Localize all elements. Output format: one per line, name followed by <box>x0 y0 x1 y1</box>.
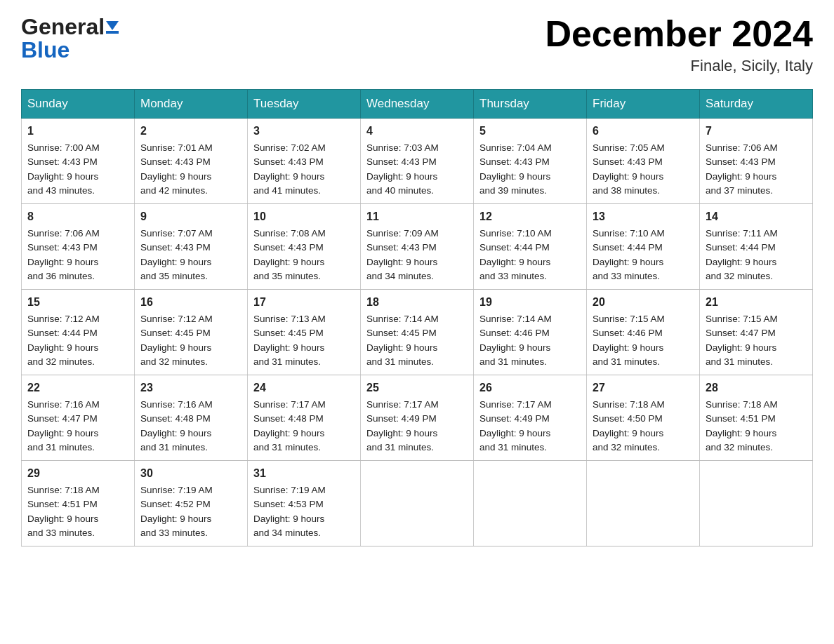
sunset-label: Sunset: 4:43 PM <box>27 156 98 167</box>
daylight-minutes: and 35 minutes. <box>253 271 321 281</box>
calendar-cell: 25 Sunrise: 7:17 AM Sunset: 4:49 PM Dayl… <box>361 375 474 461</box>
day-number: 24 <box>253 380 355 396</box>
sunrise-label: Sunrise: 7:18 AM <box>706 399 778 410</box>
day-number: 13 <box>593 208 694 225</box>
sunrise-label: Sunrise: 7:08 AM <box>253 228 326 239</box>
sunrise-label: Sunrise: 7:12 AM <box>140 314 213 324</box>
daylight-label: Daylight: 9 hours <box>27 342 98 353</box>
month-title: December 2024 <box>545 14 813 54</box>
daylight-minutes: and 37 minutes. <box>706 185 773 196</box>
day-number: 28 <box>706 380 807 396</box>
sunrise-label: Sunrise: 7:15 AM <box>593 314 665 324</box>
sunset-label: Sunset: 4:43 PM <box>140 242 211 253</box>
daylight-minutes: and 31 minutes. <box>706 356 773 367</box>
sunset-label: Sunset: 4:52 PM <box>140 499 211 509</box>
daylight-label: Daylight: 9 hours <box>479 171 550 182</box>
day-number: 7 <box>706 123 807 140</box>
sunset-label: Sunset: 4:43 PM <box>366 242 437 253</box>
calendar-cell: 20 Sunrise: 7:15 AM Sunset: 4:46 PM Dayl… <box>587 290 700 375</box>
calendar-cell: 5 Sunrise: 7:04 AM Sunset: 4:43 PM Dayli… <box>474 119 587 204</box>
sunset-label: Sunset: 4:43 PM <box>366 156 437 167</box>
sunrise-label: Sunrise: 7:07 AM <box>140 228 213 239</box>
daylight-label: Daylight: 9 hours <box>140 171 211 182</box>
week-row-4: 22 Sunrise: 7:16 AM Sunset: 4:47 PM Dayl… <box>22 375 813 461</box>
daylight-label: Daylight: 9 hours <box>706 342 776 353</box>
calendar-cell: 8 Sunrise: 7:06 AM Sunset: 4:43 PM Dayli… <box>22 204 135 290</box>
daylight-label: Daylight: 9 hours <box>140 257 211 267</box>
day-number: 14 <box>706 208 807 225</box>
daylight-label: Daylight: 9 hours <box>27 257 98 267</box>
sunrise-label: Sunrise: 7:04 AM <box>479 142 552 153</box>
calendar-cell: 23 Sunrise: 7:16 AM Sunset: 4:48 PM Dayl… <box>135 375 248 461</box>
sunset-label: Sunset: 4:43 PM <box>593 156 663 167</box>
calendar-cell <box>700 461 813 546</box>
calendar-cell: 19 Sunrise: 7:14 AM Sunset: 4:46 PM Dayl… <box>474 290 587 375</box>
day-number: 1 <box>27 123 128 140</box>
calendar-cell: 10 Sunrise: 7:08 AM Sunset: 4:43 PM Dayl… <box>248 204 361 290</box>
daylight-minutes: and 34 minutes. <box>366 271 434 281</box>
calendar-cell: 1 Sunrise: 7:00 AM Sunset: 4:43 PM Dayli… <box>22 119 135 204</box>
week-row-5: 29 Sunrise: 7:18 AM Sunset: 4:51 PM Dayl… <box>22 461 813 546</box>
sunrise-label: Sunrise: 7:11 AM <box>706 228 778 239</box>
calendar-cell: 7 Sunrise: 7:06 AM Sunset: 4:43 PM Dayli… <box>700 119 813 204</box>
calendar-cell: 30 Sunrise: 7:19 AM Sunset: 4:52 PM Dayl… <box>135 461 248 546</box>
sunset-label: Sunset: 4:47 PM <box>706 328 776 338</box>
daylight-label: Daylight: 9 hours <box>27 171 98 182</box>
daylight-minutes: and 31 minutes. <box>366 442 434 452</box>
day-number: 3 <box>253 123 355 140</box>
day-number: 20 <box>593 294 694 311</box>
calendar-cell: 3 Sunrise: 7:02 AM Sunset: 4:43 PM Dayli… <box>248 119 361 204</box>
calendar-cell: 14 Sunrise: 7:11 AM Sunset: 4:44 PM Dayl… <box>700 204 813 290</box>
daylight-label: Daylight: 9 hours <box>140 342 211 353</box>
weekday-header-sunday: Sunday <box>22 90 135 119</box>
daylight-minutes: and 39 minutes. <box>479 185 547 196</box>
daylight-label: Daylight: 9 hours <box>593 257 663 267</box>
daylight-minutes: and 41 minutes. <box>253 185 321 196</box>
daylight-label: Daylight: 9 hours <box>366 171 437 182</box>
sunset-label: Sunset: 4:47 PM <box>27 413 98 424</box>
sunset-label: Sunset: 4:43 PM <box>479 156 550 167</box>
daylight-label: Daylight: 9 hours <box>706 171 776 182</box>
sunrise-label: Sunrise: 7:03 AM <box>366 142 439 153</box>
day-number: 31 <box>253 465 355 482</box>
daylight-label: Daylight: 9 hours <box>140 514 211 524</box>
sunrise-label: Sunrise: 7:17 AM <box>479 399 552 410</box>
calendar-cell: 18 Sunrise: 7:14 AM Sunset: 4:45 PM Dayl… <box>361 290 474 375</box>
logo-bar-icon <box>106 31 119 34</box>
daylight-minutes: and 31 minutes. <box>253 356 321 367</box>
daylight-minutes: and 32 minutes. <box>706 271 773 281</box>
sunrise-label: Sunrise: 7:06 AM <box>27 228 100 239</box>
logo: General Blue <box>21 14 119 63</box>
daylight-minutes: and 31 minutes. <box>140 442 208 452</box>
calendar-cell: 27 Sunrise: 7:18 AM Sunset: 4:50 PM Dayl… <box>587 375 700 461</box>
weekday-header-row: SundayMondayTuesdayWednesdayThursdayFrid… <box>22 90 813 119</box>
daylight-minutes: and 33 minutes. <box>27 528 95 538</box>
daylight-label: Daylight: 9 hours <box>253 428 324 438</box>
sunrise-label: Sunrise: 7:12 AM <box>27 314 100 324</box>
calendar-cell: 13 Sunrise: 7:10 AM Sunset: 4:44 PM Dayl… <box>587 204 700 290</box>
sunrise-label: Sunrise: 7:13 AM <box>253 314 326 324</box>
calendar-cell: 16 Sunrise: 7:12 AM Sunset: 4:45 PM Dayl… <box>135 290 248 375</box>
sunrise-label: Sunrise: 7:16 AM <box>140 399 213 410</box>
sunrise-label: Sunrise: 7:17 AM <box>366 399 439 410</box>
sunset-label: Sunset: 4:45 PM <box>366 328 437 338</box>
sunrise-label: Sunrise: 7:09 AM <box>366 228 439 239</box>
day-number: 8 <box>27 208 128 225</box>
sunset-label: Sunset: 4:51 PM <box>27 499 98 509</box>
daylight-label: Daylight: 9 hours <box>366 257 437 267</box>
weekday-header-wednesday: Wednesday <box>361 90 474 119</box>
daylight-minutes: and 31 minutes. <box>366 356 434 367</box>
day-number: 11 <box>366 208 468 225</box>
sunrise-label: Sunrise: 7:06 AM <box>706 142 778 153</box>
daylight-label: Daylight: 9 hours <box>253 342 324 353</box>
daylight-label: Daylight: 9 hours <box>593 428 663 438</box>
sunset-label: Sunset: 4:44 PM <box>479 242 550 253</box>
sunset-label: Sunset: 4:46 PM <box>593 328 663 338</box>
day-number: 15 <box>27 294 128 311</box>
calendar-cell <box>361 461 474 546</box>
daylight-minutes: and 33 minutes. <box>140 528 208 538</box>
day-number: 10 <box>253 208 355 225</box>
sunrise-label: Sunrise: 7:10 AM <box>479 228 552 239</box>
daylight-minutes: and 32 minutes. <box>593 442 660 452</box>
week-row-2: 8 Sunrise: 7:06 AM Sunset: 4:43 PM Dayli… <box>22 204 813 290</box>
